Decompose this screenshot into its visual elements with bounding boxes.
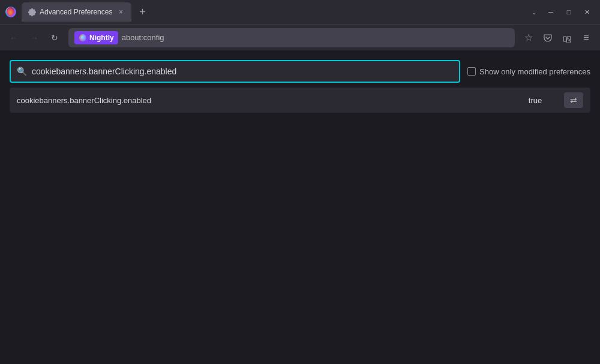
settings-icon <box>28 8 36 16</box>
firefox-logo-icon <box>5 6 17 18</box>
back-icon: ← <box>10 33 18 43</box>
results-table: cookiebanners.bannerClicking.enabled tru… <box>10 88 590 113</box>
tab-title: Advanced Preferences <box>40 8 112 16</box>
search-row: 🔍 Show only modified preferences <box>10 60 590 83</box>
modified-preferences-row: Show only modified preferences <box>467 67 590 76</box>
back-button[interactable]: ← <box>5 29 23 47</box>
toolbar-icons: ☆ ≡ <box>520 29 595 47</box>
svg-rect-2 <box>563 37 566 41</box>
tab-close-button[interactable]: × <box>116 7 125 17</box>
nightly-label: Nightly <box>89 34 114 42</box>
pocket-button[interactable] <box>539 29 557 47</box>
preference-value: true <box>511 96 559 105</box>
titlebar-controls: ⌄ ─ □ ✕ <box>527 4 595 20</box>
active-tab[interactable]: Advanced Preferences × <box>22 2 131 22</box>
bookmark-icon: ☆ <box>524 32 533 43</box>
tab-dropdown-button[interactable]: ⌄ <box>527 7 541 18</box>
close-window-button[interactable]: ✕ <box>578 4 595 20</box>
maximize-button[interactable]: □ <box>560 4 577 20</box>
nightly-badge: Nightly <box>74 31 118 44</box>
forward-button[interactable]: → <box>25 29 43 47</box>
minimize-button[interactable]: ─ <box>542 4 559 20</box>
search-box[interactable]: 🔍 <box>10 60 460 83</box>
titlebar: Advanced Preferences × + ⌄ ─ □ ✕ <box>0 0 600 24</box>
menu-button[interactable]: ≡ <box>577 29 595 47</box>
toggle-button[interactable]: ⇄ <box>564 92 583 108</box>
navbar: ← → ↻ Nightly about:config ☆ <box>0 24 600 50</box>
address-text: about:config <box>122 33 509 42</box>
pocket-icon <box>543 33 553 43</box>
search-icon: 🔍 <box>17 67 27 76</box>
extensions-icon <box>562 33 572 43</box>
preference-name: cookiebanners.bannerClicking.enabled <box>17 96 506 105</box>
address-bar[interactable]: Nightly about:config <box>68 28 515 47</box>
refresh-button[interactable]: ↻ <box>46 29 64 47</box>
search-input[interactable] <box>32 67 453 76</box>
table-row: cookiebanners.bannerClicking.enabled tru… <box>10 88 590 113</box>
forward-icon: → <box>30 33 38 43</box>
page-content: 🔍 Show only modified preferences cookieb… <box>0 50 600 364</box>
extensions-button[interactable] <box>558 29 576 47</box>
tab-strip: Advanced Preferences × + <box>22 0 272 24</box>
modified-preferences-checkbox[interactable] <box>467 67 476 76</box>
toggle-icon: ⇄ <box>570 95 577 105</box>
menu-icon: ≡ <box>583 32 589 43</box>
bookmark-button[interactable]: ☆ <box>520 29 538 47</box>
refresh-icon: ↻ <box>51 33 58 43</box>
new-tab-button[interactable]: + <box>134 4 151 20</box>
nightly-logo-icon <box>79 34 87 42</box>
modified-preferences-label: Show only modified preferences <box>479 67 590 76</box>
